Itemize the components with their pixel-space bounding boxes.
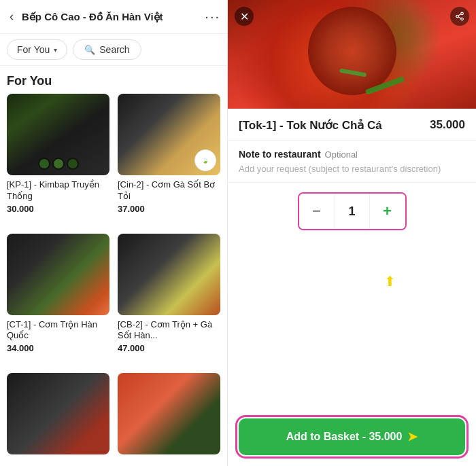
left-panel: ‹ Bếp Cô Cao - Đồ Ăn Hàn Việt ··· For Yo…: [0, 0, 228, 466]
food-price-kp1: 30.000: [7, 204, 109, 214]
food-image-cb2: [118, 234, 220, 315]
food-grid: [KP-1] - Kimbap Truyền Thống 30.000 🍃 [C…: [0, 94, 227, 466]
search-icon: 🔍: [84, 45, 95, 55]
quantity-decrease-button[interactable]: −: [299, 194, 335, 229]
food-image-b2: [118, 373, 220, 454]
search-button[interactable]: 🔍 Search: [73, 39, 141, 60]
add-to-basket-button[interactable]: Add to Basket - 35.000 ➤: [239, 418, 465, 455]
note-hint: Add your request (subject to restaurant'…: [239, 164, 465, 174]
share-button[interactable]: [450, 7, 469, 26]
dish-header: [Tok-1] - Tok Nước Chả Cá 35.000: [239, 118, 465, 133]
food-image-kp1: [7, 94, 109, 175]
food-image-ct1: [7, 234, 109, 315]
food-price-ct1: 34.000: [7, 343, 109, 353]
svg-point-2: [461, 18, 464, 20]
food-card-b2[interactable]: [118, 373, 220, 466]
search-label: Search: [99, 44, 129, 55]
svg-line-3: [458, 17, 461, 18]
restaurant-title: Bếp Cô Cao - Đồ Ăn Hàn Việt: [22, 11, 199, 23]
section-title: For You: [0, 66, 227, 94]
add-basket-label: Add to Basket - 35.000: [286, 431, 403, 443]
food-image-cin2: 🍃: [118, 94, 220, 175]
food-name-cb2: [CB-2] - Cơm Trộn + Gà Sốt Hàn...: [118, 319, 220, 342]
back-button[interactable]: ‹: [7, 8, 16, 25]
food-card-b1[interactable]: [7, 373, 109, 466]
food-card-cb2[interactable]: [CB-2] - Cơm Trộn + Gà Sốt Hàn... 47.000: [118, 234, 220, 365]
food-card-kp1[interactable]: [KP-1] - Kimbap Truyền Thống 30.000: [7, 94, 109, 226]
dish-image-overlay: [228, 0, 476, 109]
note-label-row: Note to restaurant Optional: [239, 149, 465, 160]
food-name-ct1: [CT-1] - Cơm Trộn Hàn Quốc: [7, 319, 109, 342]
svg-point-0: [461, 12, 464, 15]
svg-line-4: [458, 14, 461, 16]
quantity-increase-button[interactable]: +: [370, 194, 405, 229]
svg-point-1: [456, 15, 459, 18]
dish-price: 35.000: [430, 118, 465, 132]
food-card-cin2[interactable]: 🍃 [Cin-2] - Cơm Gà Sốt Bơ Tỏi 37.000: [118, 94, 220, 226]
for-you-dropdown[interactable]: For You ▾: [7, 39, 67, 60]
dish-image-area: ✕: [228, 0, 476, 109]
dish-title: [Tok-1] - Tok Nước Chả Cá: [239, 118, 424, 133]
basket-arrow-icon: ➤: [407, 429, 418, 444]
food-image-b1: [7, 373, 109, 454]
quantity-value: 1: [335, 194, 370, 229]
dropdown-label: For You: [17, 44, 50, 55]
chevron-down-icon: ▾: [54, 46, 57, 54]
food-name-cin2: [Cin-2] - Cơm Gà Sốt Bơ Tỏi: [118, 179, 220, 202]
quantity-section: − 1 + ⬆: [228, 183, 476, 240]
add-basket-area: Add to Basket - 35.000 ➤: [239, 418, 465, 455]
restaurant-logo-badge: 🍃: [194, 149, 216, 171]
close-button[interactable]: ✕: [235, 7, 254, 26]
right-panel: ✕ [Tok-1] - Tok Nước Chả Cá 35.000 Note …: [228, 0, 476, 466]
note-optional: Optional: [325, 149, 358, 160]
food-price-cb2: 47.000: [118, 343, 220, 353]
cursor-indicator: ⬆: [384, 273, 396, 289]
food-price-cin2: 37.000: [118, 204, 220, 214]
quantity-control: − 1 +: [298, 192, 407, 230]
filter-row: For You ▾ 🔍 Search: [0, 34, 227, 66]
food-card-ct1[interactable]: [CT-1] - Cơm Trộn Hàn Quốc 34.000: [7, 234, 109, 365]
dish-info: [Tok-1] - Tok Nước Chả Cá 35.000: [228, 109, 476, 141]
more-button[interactable]: ···: [205, 9, 220, 24]
food-name-kp1: [KP-1] - Kimbap Truyền Thống: [7, 179, 109, 202]
header-bar: ‹ Bếp Cô Cao - Đồ Ăn Hàn Việt ···: [0, 0, 227, 34]
note-section: Note to restaurant Optional Add your req…: [228, 141, 476, 183]
note-label: Note to restaurant: [239, 149, 321, 160]
